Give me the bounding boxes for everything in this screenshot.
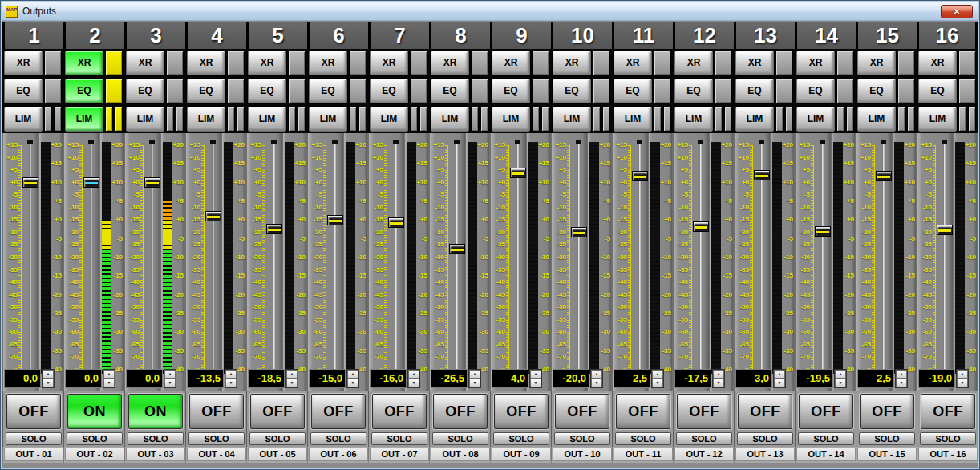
solo-button[interactable]: SOLO (493, 432, 549, 445)
power-button[interactable]: OFF (677, 394, 731, 429)
eq-button[interactable]: EQ (553, 79, 591, 103)
solo-button[interactable]: SOLO (310, 432, 366, 445)
power-button[interactable]: OFF (189, 394, 244, 429)
lim-button[interactable]: LIM (248, 107, 286, 132)
solo-button[interactable]: SOLO (554, 432, 610, 445)
fader-thumb[interactable] (83, 177, 99, 188)
solo-button[interactable]: SOLO (432, 432, 488, 445)
spinner-down-button[interactable]: ▼ (164, 379, 176, 387)
fader-track[interactable] (326, 133, 343, 391)
spinner-up-button[interactable]: ▲ (347, 370, 358, 379)
spinner-up-button[interactable]: ▲ (530, 370, 541, 379)
gain-value[interactable]: -15,0 (309, 369, 346, 388)
power-button[interactable]: OFF (799, 394, 853, 429)
fader-track[interactable] (83, 133, 99, 391)
solo-button[interactable]: SOLO (798, 432, 854, 445)
xr-button[interactable]: XR (126, 51, 164, 75)
fader-track[interactable] (22, 133, 38, 391)
spinner-down-button[interactable]: ▼ (896, 379, 907, 387)
lim-button[interactable]: LIM (492, 107, 530, 132)
fader-track[interactable] (692, 133, 709, 391)
spinner-up-button[interactable]: ▲ (896, 370, 907, 379)
eq-button[interactable]: EQ (431, 79, 469, 103)
power-button[interactable]: OFF (494, 394, 549, 429)
fader-thumb[interactable] (449, 244, 465, 254)
lim-button[interactable]: LIM (735, 107, 774, 132)
fader-track[interactable] (387, 133, 404, 391)
fader-track[interactable] (875, 133, 892, 391)
spinner-up-button[interactable]: ▲ (164, 370, 176, 379)
power-button[interactable]: OFF (372, 394, 427, 429)
solo-button[interactable]: SOLO (188, 432, 245, 445)
gain-value[interactable]: -20,0 (553, 369, 589, 388)
power-button[interactable]: OFF (555, 394, 609, 429)
title-bar[interactable]: MAP Outputs ✕ (2, 2, 978, 21)
fader-thumb[interactable] (815, 226, 831, 237)
fader-thumb[interactable] (205, 211, 221, 221)
fader-track[interactable] (205, 133, 221, 391)
eq-button[interactable]: EQ (674, 79, 713, 103)
fader-thumb[interactable] (266, 224, 282, 234)
xr-button[interactable]: XR (492, 51, 530, 75)
power-button[interactable]: OFF (738, 394, 792, 429)
spinner-down-button[interactable]: ▼ (530, 379, 541, 387)
gain-value[interactable]: 3,0 (735, 369, 772, 388)
spinner-down-button[interactable]: ▼ (957, 379, 968, 387)
gain-value[interactable]: 0,0 (65, 369, 102, 388)
gain-value[interactable]: 2,5 (614, 369, 650, 388)
lim-button[interactable]: LIM (370, 107, 408, 132)
spinner-up-button[interactable]: ▲ (835, 370, 846, 379)
fader-thumb[interactable] (327, 215, 343, 225)
spinner-down-button[interactable]: ▼ (103, 379, 115, 387)
eq-button[interactable]: EQ (370, 79, 408, 103)
solo-button[interactable]: SOLO (676, 432, 732, 445)
solo-button[interactable]: SOLO (67, 432, 123, 445)
spinner-down-button[interactable]: ▼ (835, 379, 846, 387)
solo-button[interactable]: SOLO (920, 432, 976, 445)
lim-button[interactable]: LIM (65, 107, 103, 132)
eq-button[interactable]: EQ (735, 79, 774, 103)
power-button[interactable]: OFF (311, 394, 366, 429)
lim-button[interactable]: LIM (553, 107, 591, 132)
power-button[interactable]: OFF (6, 394, 61, 429)
spinner-down-button[interactable]: ▼ (774, 379, 785, 387)
spinner-up-button[interactable]: ▲ (286, 370, 298, 379)
eq-button[interactable]: EQ (65, 79, 103, 103)
close-button[interactable]: ✕ (941, 5, 973, 18)
power-button[interactable]: OFF (433, 394, 488, 429)
fader-thumb[interactable] (22, 177, 38, 188)
power-button[interactable]: OFF (860, 394, 914, 429)
eq-button[interactable]: EQ (492, 79, 530, 103)
lim-button[interactable]: LIM (614, 107, 652, 132)
gain-value[interactable]: 0,0 (4, 369, 41, 388)
fader-thumb[interactable] (937, 225, 953, 235)
xr-button[interactable]: XR (735, 51, 774, 75)
fader-track[interactable] (509, 133, 526, 391)
gain-value[interactable]: 0,0 (126, 369, 163, 388)
xr-button[interactable]: XR (248, 51, 286, 75)
spinner-down-button[interactable]: ▼ (713, 379, 724, 387)
solo-button[interactable]: SOLO (859, 432, 915, 445)
spinner-down-button[interactable]: ▼ (652, 379, 663, 387)
lim-button[interactable]: LIM (918, 107, 957, 132)
eq-button[interactable]: EQ (126, 79, 164, 103)
fader-track[interactable] (631, 133, 648, 391)
spinner-down-button[interactable]: ▼ (286, 379, 298, 387)
fader-thumb[interactable] (876, 171, 892, 181)
lim-button[interactable]: LIM (187, 107, 225, 132)
xr-button[interactable]: XR (553, 51, 591, 75)
spinner-down-button[interactable]: ▼ (43, 379, 54, 387)
xr-button[interactable]: XR (187, 51, 225, 75)
spinner-down-button[interactable]: ▼ (408, 379, 419, 387)
gain-value[interactable]: -18,5 (248, 369, 285, 388)
eq-button[interactable]: EQ (4, 79, 43, 103)
lim-button[interactable]: LIM (796, 107, 835, 132)
gain-value[interactable]: -17,5 (674, 369, 711, 388)
lim-button[interactable]: LIM (431, 107, 469, 132)
spinner-up-button[interactable]: ▲ (591, 370, 602, 379)
fader-thumb[interactable] (571, 227, 587, 237)
fader-track[interactable] (570, 133, 587, 391)
xr-button[interactable]: XR (857, 51, 896, 75)
fader-thumb[interactable] (144, 177, 160, 188)
gain-value[interactable]: -26,5 (431, 369, 468, 388)
